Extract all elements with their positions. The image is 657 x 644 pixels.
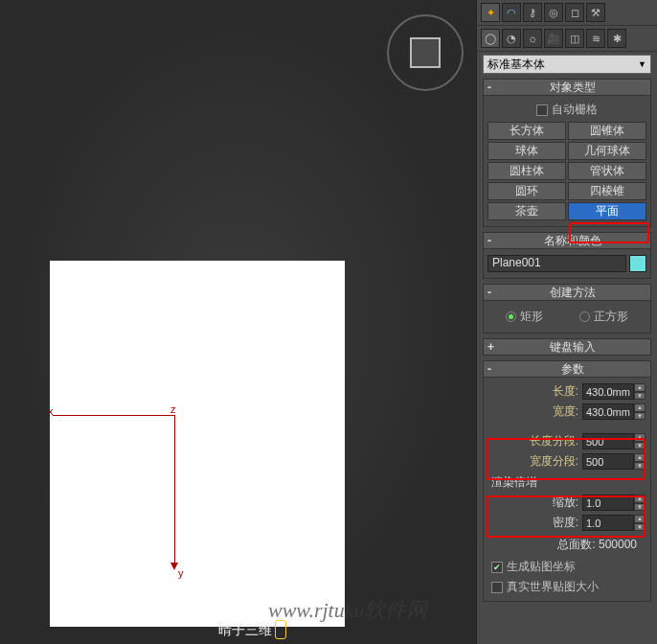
- axis-y-arrow: [170, 563, 178, 570]
- command-panel: ✦ ◠ ⚷ ◎ ◻ ⚒ ◯ ◔ ☼ 🎥 ◫ ≋ ✱ 标准基本体 ▼ -对象类型 …: [476, 0, 657, 644]
- width-segs-spinner[interactable]: 500▲▼: [582, 453, 646, 470]
- primitive-圆锥体[interactable]: 圆锥体: [568, 122, 646, 140]
- object-type-rollout: -对象类型 自动栅格 长方体圆锥体球体几何球体圆柱体管状体圆环四棱锥茶壶平面: [483, 79, 651, 227]
- axis-x-line: [53, 415, 174, 416]
- utilities-tab-icon[interactable]: ⚒: [586, 3, 605, 22]
- lights-icon[interactable]: ☼: [523, 29, 542, 48]
- motion-tab-icon[interactable]: ◎: [544, 3, 563, 22]
- axis-y-label: y: [178, 567, 184, 579]
- cameras-icon[interactable]: 🎥: [544, 29, 563, 48]
- density-spinner[interactable]: 1.0▲▼: [582, 515, 646, 531]
- primitive-四棱锥[interactable]: 四棱锥: [568, 182, 646, 200]
- helpers-icon[interactable]: ◫: [565, 29, 584, 48]
- primitive-圆柱体[interactable]: 圆柱体: [487, 162, 566, 180]
- primitive-茶壶[interactable]: 茶壶: [487, 202, 566, 220]
- autogrid-row[interactable]: 自动栅格: [486, 100, 648, 120]
- category-tabs: ◯ ◔ ☼ 🎥 ◫ ≋ ✱: [477, 26, 657, 52]
- primitive-圆环[interactable]: 圆环: [487, 182, 566, 200]
- length-row: 长度:430.0mm▲▼: [486, 381, 648, 402]
- length-segs-spinner[interactable]: 500▲▼: [582, 433, 646, 449]
- width-segs-row: 宽度分段:500▲▼: [486, 451, 648, 472]
- modify-tab-icon[interactable]: ◠: [502, 3, 521, 22]
- keyboard-entry-rollout: +键盘输入: [483, 338, 651, 356]
- real-world-row[interactable]: 真实世界贴图大小: [486, 577, 648, 597]
- render-mult-group: 渲染倍增: [486, 472, 648, 493]
- canvas[interactable]: [50, 261, 345, 627]
- length-segs-row: 长度分段:500▲▼: [486, 431, 648, 451]
- square-radio[interactable]: 正方形: [579, 309, 628, 325]
- viewcube[interactable]: [387, 14, 464, 91]
- gen-mapping-checkbox: [491, 562, 503, 573]
- gen-mapping-row[interactable]: 生成贴图坐标: [486, 557, 648, 577]
- shapes-icon[interactable]: ◔: [502, 29, 521, 48]
- geometry-icon[interactable]: ◯: [481, 29, 500, 48]
- watermark: www.rjtuku软件网: [268, 596, 427, 625]
- create-tab-icon[interactable]: ✦: [481, 3, 500, 22]
- axis-z-label: z: [170, 403, 176, 415]
- length-spinner[interactable]: 430.0mm▲▼: [582, 383, 646, 400]
- viewport[interactable]: x z y www.rjtuku软件网 晴子三维: [0, 0, 473, 644]
- name-color-rollout: -名称和颜色 Plane001: [483, 232, 651, 279]
- dropdown-value: 标准基本体: [487, 57, 545, 73]
- keyboard-entry-header[interactable]: +键盘输入: [483, 338, 651, 356]
- dropdown-arrow-icon: ▼: [638, 59, 646, 69]
- total-faces-row: 总面数: 500000: [486, 533, 648, 557]
- systems-icon[interactable]: ✱: [607, 29, 626, 48]
- parameters-header[interactable]: -参数: [483, 360, 651, 378]
- autogrid-checkbox: [536, 104, 548, 116]
- object-type-header[interactable]: -对象类型: [483, 79, 651, 96]
- geometry-type-dropdown[interactable]: 标准基本体 ▼: [483, 55, 651, 74]
- primitive-长方体[interactable]: 长方体: [487, 122, 566, 140]
- scale-row: 缩放:1.0▲▼: [486, 493, 648, 513]
- spacewarps-icon[interactable]: ≋: [586, 29, 605, 48]
- create-method-rollout: -创建方法 矩形 正方形: [483, 284, 651, 334]
- display-tab-icon[interactable]: ◻: [565, 3, 584, 22]
- real-world-checkbox: [491, 582, 503, 593]
- width-row: 宽度:430.0mm▲▼: [486, 402, 648, 422]
- primitive-平面[interactable]: 平面: [568, 202, 646, 220]
- parameters-rollout: -参数 长度:430.0mm▲▼ 宽度:430.0mm▲▼ 长度分段:500▲▼…: [483, 360, 651, 602]
- scale-spinner[interactable]: 1.0▲▼: [582, 494, 646, 511]
- width-spinner[interactable]: 430.0mm▲▼: [582, 403, 646, 420]
- primitive-球体[interactable]: 球体: [487, 142, 566, 160]
- create-method-header[interactable]: -创建方法: [483, 284, 651, 301]
- watermark-icon: [275, 620, 286, 639]
- primitive-几何球体[interactable]: 几何球体: [568, 142, 646, 160]
- axis-y-line: [174, 415, 175, 568]
- density-row: 密度:1.0▲▼: [486, 513, 648, 533]
- hierarchy-tab-icon[interactable]: ⚷: [523, 3, 542, 22]
- main-tabs: ✦ ◠ ⚷ ◎ ◻ ⚒: [477, 0, 657, 26]
- object-color-swatch[interactable]: [629, 255, 646, 272]
- viewcube-face[interactable]: [410, 37, 441, 68]
- watermark-sub: 晴子三维: [218, 622, 272, 639]
- object-name-input[interactable]: Plane001: [487, 255, 626, 272]
- primitive-管状体[interactable]: 管状体: [568, 162, 646, 180]
- axis-x-label: x: [48, 405, 54, 417]
- rectangle-radio[interactable]: 矩形: [506, 309, 543, 325]
- name-color-header[interactable]: -名称和颜色: [483, 232, 651, 249]
